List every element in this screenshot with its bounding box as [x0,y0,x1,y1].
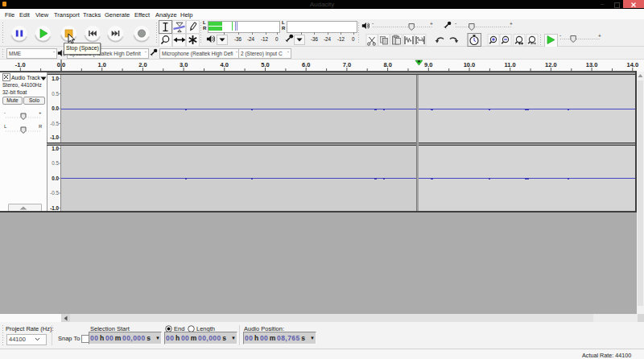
svg-text:+: + [598,33,601,39]
svg-text:11.0: 11.0 [505,61,516,68]
svg-text:1.0: 1.0 [97,61,105,68]
svg-text:+: + [39,110,42,115]
svg-text:+: + [510,21,513,27]
svg-text:5.0: 5.0 [261,61,269,68]
svg-text:3.0: 3.0 [180,61,188,68]
svg-text:0.0: 0.0 [52,105,59,111]
svg-text:R: R [39,124,43,129]
svg-text:14.0: 14.0 [626,61,638,68]
svg-text:-: - [455,21,456,26]
svg-text:10.0: 10.0 [464,61,476,68]
svg-text:0.5: 0.5 [52,160,59,166]
svg-text:13.0: 13.0 [586,61,598,68]
svg-text:1.0: 1.0 [52,146,59,151]
svg-text:7.0: 7.0 [343,61,351,68]
svg-text:-1.0: -1.0 [50,205,59,211]
svg-text:6.0: 6.0 [302,61,310,68]
svg-text:2.0: 2.0 [138,61,147,68]
svg-text:4.0: 4.0 [221,61,229,68]
svg-text:-0.5: -0.5 [50,190,59,196]
svg-text:+: + [430,21,433,27]
svg-text:1.0: 1.0 [52,76,59,81]
svg-text:8.0: 8.0 [383,61,391,68]
svg-text:9.0: 9.0 [424,61,432,68]
svg-text:-: - [559,33,561,38]
svg-text:-: - [4,110,6,115]
svg-text:-1.0: -1.0 [15,61,26,68]
svg-text:12.0: 12.0 [545,61,557,68]
svg-text:0.0: 0.0 [52,175,59,181]
svg-text:L: L [4,124,7,129]
svg-text:-: - [372,21,374,26]
svg-text:-1.0: -1.0 [50,134,59,140]
svg-text:0.5: 0.5 [52,91,59,97]
svg-text:-0.5: -0.5 [50,121,59,126]
